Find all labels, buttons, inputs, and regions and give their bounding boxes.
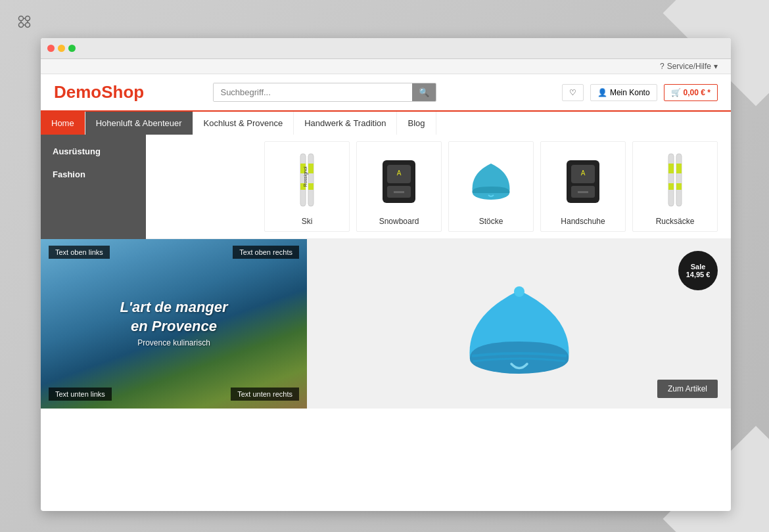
- desktop-background: ? Service/Hilfe ▾ DemoShop 🔍 ♡: [0, 0, 769, 532]
- rucksacke-image: [642, 147, 708, 213]
- provence-banner[interactable]: L'art de manger en Provence Provence kul…: [41, 238, 307, 409]
- hat-banner: Sale 14,95 €: [307, 238, 731, 409]
- account-label: Mein Konto: [610, 88, 650, 97]
- provence-text-overlay: L'art de manger en Provence Provence kul…: [120, 298, 227, 347]
- svg-point-1: [26, 16, 30, 21]
- product-hat-image: [454, 264, 585, 382]
- top-bar: ? Service/Hilfe ▾: [41, 59, 731, 74]
- dropdown-item-fashion[interactable]: Fashion: [41, 163, 146, 186]
- nav-item-kochlust[interactable]: Kochlust & Provence: [193, 112, 294, 135]
- search-input[interactable]: [214, 83, 412, 101]
- app-icon: [14, 12, 34, 32]
- nav-item-blog[interactable]: Blog: [397, 112, 436, 135]
- svg-rect-19: [394, 191, 404, 193]
- category-stocke[interactable]: Stöcke: [448, 141, 534, 232]
- svg-rect-9: [308, 154, 314, 206]
- heart-icon: ♡: [569, 88, 576, 97]
- question-icon: ?: [660, 62, 664, 71]
- svg-rect-31: [676, 183, 682, 190]
- maximize-button[interactable]: [68, 45, 76, 52]
- account-button[interactable]: 👤 Mein Konto: [590, 84, 657, 101]
- logo-part2: Shop: [101, 82, 144, 102]
- category-snowboard[interactable]: A Snowboard: [356, 141, 442, 232]
- svg-rect-29: [676, 164, 682, 173]
- provence-top-right-label: Text oben rechts: [233, 246, 299, 259]
- svg-point-3: [26, 23, 30, 28]
- category-handschuhe-label: Handschuhe: [561, 217, 605, 226]
- service-label: Service/Hilfe: [667, 62, 711, 71]
- ski-image: Rossignol: [274, 147, 340, 213]
- header-actions: ♡ 👤 Mein Konto 🛒 0,00 € *: [562, 84, 718, 101]
- provence-top-left-label: Text oben links: [49, 246, 110, 259]
- categories-panel: Rossignol Ski: [146, 135, 731, 239]
- handschuhe-image: A: [550, 147, 616, 213]
- category-ski-label: Ski: [302, 217, 313, 226]
- search-button[interactable]: 🔍: [412, 83, 436, 101]
- nav-item-home[interactable]: Home: [41, 112, 85, 135]
- image-banners-row: L'art de manger en Provence Provence kul…: [41, 238, 731, 409]
- cart-icon: 🛒: [671, 88, 681, 97]
- category-ski[interactable]: Rossignol Ski: [264, 141, 350, 232]
- svg-rect-11: [308, 164, 314, 173]
- provence-bottom-left-label: Text unten links: [49, 388, 112, 401]
- cart-price: 0,00 € *: [684, 88, 711, 97]
- category-snowboard-label: Snowboard: [379, 217, 419, 226]
- logo[interactable]: DemoShop: [54, 82, 144, 102]
- service-menu[interactable]: ? Service/Hilfe ▾: [660, 62, 718, 71]
- category-stocke-label: Stöcke: [479, 217, 503, 226]
- svg-text:Rossignol: Rossignol: [303, 166, 308, 187]
- svg-text:A: A: [581, 169, 586, 177]
- header: DemoShop 🔍 ♡ 👤 Mein Konto 🛒: [41, 74, 731, 112]
- svg-rect-28: [668, 164, 674, 173]
- stocke-image: [458, 147, 524, 213]
- category-handschuhe[interactable]: A Handschuhe: [540, 141, 626, 232]
- svg-rect-26: [668, 154, 674, 206]
- category-rucksacke[interactable]: Rucksäcke: [632, 141, 718, 232]
- sale-price: 14,95 €: [686, 271, 711, 278]
- svg-rect-27: [676, 154, 682, 206]
- close-button[interactable]: [47, 45, 55, 52]
- svg-point-2: [19, 23, 24, 28]
- svg-text:A: A: [397, 169, 402, 177]
- user-icon: 👤: [597, 88, 607, 97]
- logo-part1: Demo: [54, 82, 101, 102]
- dropdown-item-ausrustung[interactable]: Ausrüstung: [41, 140, 146, 163]
- cart-button[interactable]: 🛒 0,00 € *: [664, 84, 718, 101]
- traffic-lights: [47, 45, 76, 52]
- dropdown-left-panel: Ausrüstung Fashion: [41, 135, 146, 239]
- provence-subtitle: Provence kulinarisch: [120, 339, 227, 348]
- svg-point-0: [19, 16, 24, 21]
- minimize-button[interactable]: [58, 45, 65, 52]
- provence-title: L'art de manger en Provence: [120, 298, 227, 336]
- nav-item-handwerk[interactable]: Handwerk & Tradition: [294, 112, 397, 135]
- chevron-down-icon: ▾: [714, 62, 718, 71]
- snowboard-image: A: [366, 147, 432, 213]
- shop-content: ? Service/Hilfe ▾ DemoShop 🔍 ♡: [41, 59, 731, 409]
- svg-point-33: [514, 286, 524, 297]
- provence-bottom-right-label: Text unten rechts: [231, 388, 299, 401]
- svg-rect-13: [308, 183, 314, 190]
- search-bar: 🔍: [213, 83, 436, 102]
- zum-artikel-button[interactable]: Zum Artikel: [657, 380, 718, 398]
- category-rucksacke-label: Rucksäcke: [656, 217, 695, 226]
- svg-rect-25: [578, 191, 588, 193]
- main-nav: Home Hohenluft & Abenteuer Kochlust & Pr…: [41, 112, 731, 135]
- sale-badge: Sale 14,95 €: [678, 251, 718, 290]
- svg-rect-30: [668, 183, 674, 190]
- sale-label: Sale: [691, 263, 706, 271]
- wishlist-button[interactable]: ♡: [562, 84, 584, 101]
- nav-item-hohenluft[interactable]: Hohenluft & Abenteuer: [85, 112, 193, 135]
- browser-window: ? Service/Hilfe ▾ DemoShop 🔍 ♡: [41, 38, 731, 511]
- dropdown-menu: Ausrüstung Fashion: [41, 135, 731, 239]
- browser-chrome: [41, 38, 731, 59]
